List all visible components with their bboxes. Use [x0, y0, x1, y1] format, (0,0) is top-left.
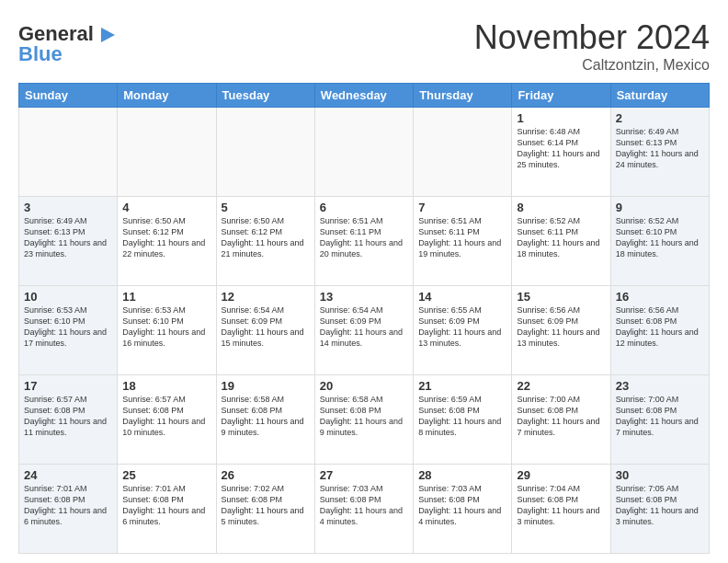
day-number: 6: [320, 201, 408, 214]
cell-info: Sunrise: 6:58 AM Sunset: 6:08 PM Dayligh…: [320, 394, 408, 439]
calendar-cell: 12Sunrise: 6:54 AM Sunset: 6:09 PM Dayli…: [216, 286, 314, 375]
week-row-5: 24Sunrise: 7:01 AM Sunset: 6:08 PM Dayli…: [19, 465, 710, 554]
day-number: 16: [616, 290, 704, 304]
cell-info: Sunrise: 6:59 AM Sunset: 6:08 PM Dayligh…: [418, 394, 506, 439]
calendar-cell: 18Sunrise: 6:57 AM Sunset: 6:08 PM Dayli…: [118, 375, 216, 465]
calendar-cell: 30Sunrise: 7:05 AM Sunset: 6:08 PM Dayli…: [610, 465, 709, 554]
calendar-cell: 10Sunrise: 6:53 AM Sunset: 6:10 PM Dayli…: [19, 286, 118, 375]
day-number: 26: [222, 468, 310, 482]
calendar-cell: 20Sunrise: 6:58 AM Sunset: 6:08 PM Dayli…: [314, 375, 413, 465]
calendar-cell: [118, 108, 216, 197]
page: General Blue November 2024 Caltzontzin, …: [0, 0, 728, 563]
day-number: 23: [616, 379, 704, 393]
day-number: 14: [418, 290, 506, 304]
col-monday: Monday: [118, 84, 216, 108]
calendar-cell: [19, 108, 118, 197]
cell-info: Sunrise: 6:55 AM Sunset: 6:09 PM Dayligh…: [418, 304, 506, 350]
day-number: 5: [222, 201, 310, 214]
cell-info: Sunrise: 7:04 AM Sunset: 6:08 PM Dayligh…: [517, 483, 605, 528]
col-saturday: Saturday: [610, 84, 709, 108]
svg-text:Blue: Blue: [18, 42, 63, 65]
day-number: 25: [122, 468, 210, 482]
cell-info: Sunrise: 6:52 AM Sunset: 6:11 PM Dayligh…: [517, 215, 605, 260]
cell-info: Sunrise: 6:50 AM Sunset: 6:12 PM Dayligh…: [222, 215, 310, 260]
day-number: 12: [222, 290, 310, 304]
title-block: November 2024 Caltzontzin, Mexico: [474, 18, 710, 74]
col-tuesday: Tuesday: [216, 84, 314, 108]
calendar-cell: 23Sunrise: 7:00 AM Sunset: 6:08 PM Dayli…: [610, 375, 709, 465]
calendar-cell: 17Sunrise: 6:57 AM Sunset: 6:08 PM Dayli…: [19, 375, 118, 465]
day-number: 28: [418, 468, 506, 482]
calendar-cell: [314, 108, 413, 197]
day-number: 9: [616, 201, 704, 214]
calendar-cell: 8Sunrise: 6:52 AM Sunset: 6:11 PM Daylig…: [512, 197, 610, 286]
calendar-cell: 27Sunrise: 7:03 AM Sunset: 6:08 PM Dayli…: [314, 465, 413, 554]
day-number: 15: [517, 290, 605, 304]
calendar-cell: 15Sunrise: 6:56 AM Sunset: 6:09 PM Dayli…: [512, 286, 610, 375]
day-number: 7: [418, 201, 506, 214]
cell-info: Sunrise: 6:52 AM Sunset: 6:10 PM Dayligh…: [616, 215, 704, 260]
day-number: 1: [517, 111, 605, 125]
day-number: 4: [122, 201, 210, 214]
cell-info: Sunrise: 7:01 AM Sunset: 6:08 PM Dayligh…: [122, 483, 210, 528]
day-number: 8: [517, 201, 605, 214]
cell-info: Sunrise: 7:05 AM Sunset: 6:08 PM Dayligh…: [616, 483, 704, 528]
calendar-cell: [414, 108, 512, 197]
calendar-cell: 21Sunrise: 6:59 AM Sunset: 6:08 PM Dayli…: [414, 375, 512, 465]
header-row: Sunday Monday Tuesday Wednesday Thursday…: [19, 84, 710, 108]
day-number: 17: [24, 379, 112, 393]
calendar-table: Sunday Monday Tuesday Wednesday Thursday…: [18, 83, 710, 554]
day-number: 13: [320, 290, 408, 304]
week-row-2: 3Sunrise: 6:49 AM Sunset: 6:13 PM Daylig…: [19, 197, 710, 286]
day-number: 21: [418, 379, 506, 393]
week-row-1: 1Sunrise: 6:48 AM Sunset: 6:14 PM Daylig…: [19, 108, 710, 197]
day-number: 10: [24, 290, 112, 304]
calendar-cell: 28Sunrise: 7:03 AM Sunset: 6:08 PM Dayli…: [414, 465, 512, 554]
cell-info: Sunrise: 6:49 AM Sunset: 6:13 PM Dayligh…: [24, 215, 112, 260]
calendar-cell: 13Sunrise: 6:54 AM Sunset: 6:09 PM Dayli…: [314, 286, 413, 375]
calendar-cell: 25Sunrise: 7:01 AM Sunset: 6:08 PM Dayli…: [118, 465, 216, 554]
cell-info: Sunrise: 6:49 AM Sunset: 6:13 PM Dayligh…: [616, 126, 704, 171]
cell-info: Sunrise: 6:56 AM Sunset: 6:09 PM Dayligh…: [517, 304, 605, 350]
calendar-cell: 1Sunrise: 6:48 AM Sunset: 6:14 PM Daylig…: [512, 108, 610, 197]
calendar-cell: 24Sunrise: 7:01 AM Sunset: 6:08 PM Dayli…: [19, 465, 118, 554]
calendar-cell: 14Sunrise: 6:55 AM Sunset: 6:09 PM Dayli…: [414, 286, 512, 375]
calendar-cell: 11Sunrise: 6:53 AM Sunset: 6:10 PM Dayli…: [118, 286, 216, 375]
day-number: 3: [24, 201, 112, 214]
cell-info: Sunrise: 6:54 AM Sunset: 6:09 PM Dayligh…: [320, 304, 408, 350]
calendar-cell: 22Sunrise: 7:00 AM Sunset: 6:08 PM Dayli…: [512, 375, 610, 465]
day-number: 19: [222, 379, 310, 393]
day-number: 27: [320, 468, 408, 482]
cell-info: Sunrise: 7:03 AM Sunset: 6:08 PM Dayligh…: [418, 483, 506, 528]
cell-info: Sunrise: 6:50 AM Sunset: 6:12 PM Dayligh…: [122, 215, 210, 260]
cell-info: Sunrise: 7:03 AM Sunset: 6:08 PM Dayligh…: [320, 483, 408, 528]
subtitle: Caltzontzin, Mexico: [474, 57, 710, 74]
day-number: 2: [616, 111, 704, 125]
cell-info: Sunrise: 6:57 AM Sunset: 6:08 PM Dayligh…: [122, 394, 210, 439]
calendar-cell: 9Sunrise: 6:52 AM Sunset: 6:10 PM Daylig…: [610, 197, 709, 286]
day-number: 24: [24, 468, 112, 482]
day-number: 11: [122, 290, 210, 304]
cell-info: Sunrise: 6:57 AM Sunset: 6:08 PM Dayligh…: [24, 394, 112, 439]
cell-info: Sunrise: 7:01 AM Sunset: 6:08 PM Dayligh…: [24, 483, 112, 528]
cell-info: Sunrise: 7:02 AM Sunset: 6:08 PM Dayligh…: [222, 483, 310, 528]
col-wednesday: Wednesday: [314, 84, 413, 108]
col-sunday: Sunday: [19, 84, 118, 108]
svg-marker-1: [101, 28, 115, 42]
calendar-cell: 7Sunrise: 6:51 AM Sunset: 6:11 PM Daylig…: [414, 197, 512, 286]
calendar-cell: 26Sunrise: 7:02 AM Sunset: 6:08 PM Dayli…: [216, 465, 314, 554]
header: General Blue November 2024 Caltzontzin, …: [18, 18, 710, 74]
calendar-cell: 19Sunrise: 6:58 AM Sunset: 6:08 PM Dayli…: [216, 375, 314, 465]
calendar-cell: 2Sunrise: 6:49 AM Sunset: 6:13 PM Daylig…: [610, 108, 709, 197]
day-number: 29: [517, 468, 605, 482]
week-row-4: 17Sunrise: 6:57 AM Sunset: 6:08 PM Dayli…: [19, 375, 710, 465]
cell-info: Sunrise: 6:51 AM Sunset: 6:11 PM Dayligh…: [320, 215, 408, 260]
cell-info: Sunrise: 7:00 AM Sunset: 6:08 PM Dayligh…: [616, 394, 704, 439]
logo: General Blue: [18, 18, 119, 70]
calendar-cell: 3Sunrise: 6:49 AM Sunset: 6:13 PM Daylig…: [19, 197, 118, 286]
cell-info: Sunrise: 6:51 AM Sunset: 6:11 PM Dayligh…: [418, 215, 506, 260]
day-number: 30: [616, 468, 704, 482]
cell-info: Sunrise: 6:54 AM Sunset: 6:09 PM Dayligh…: [222, 304, 310, 350]
calendar-cell: 4Sunrise: 6:50 AM Sunset: 6:12 PM Daylig…: [118, 197, 216, 286]
day-number: 22: [517, 379, 605, 393]
